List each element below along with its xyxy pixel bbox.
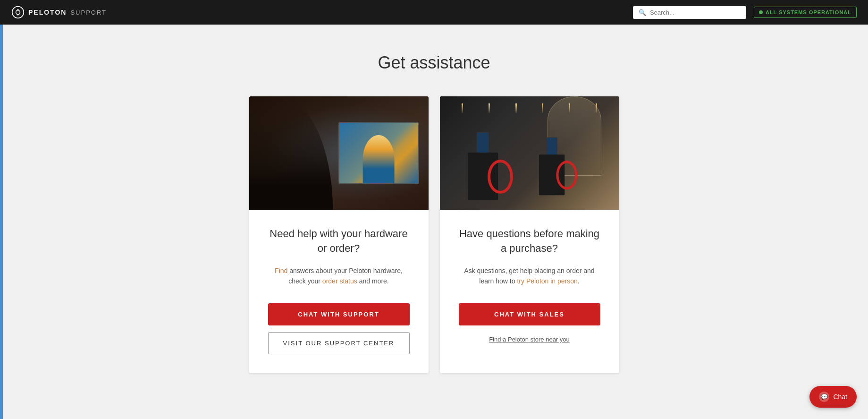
support-card-body: Need help with your hardware or order? F… [249, 210, 429, 373]
find-store-link[interactable]: Find a Peloton store near you [489, 336, 570, 343]
sales-desc-highlight: try Peloton in person [517, 277, 577, 285]
left-edge-stripe [0, 0, 3, 419]
ceiling-light-4 [542, 103, 543, 113]
sales-card-description: Ask questions, get help placing an order… [459, 265, 600, 287]
support-label: SUPPORT [70, 9, 107, 16]
sales-card-title: Have questions before making a purchase? [459, 227, 600, 256]
support-desc-order: order status [322, 277, 357, 285]
bike-2 [531, 137, 573, 195]
ceiling-light-6 [596, 103, 597, 113]
support-desc-find: Find [275, 267, 287, 274]
search-input[interactable] [650, 9, 741, 16]
cards-container: Need help with your hardware or order? F… [151, 96, 717, 373]
page-title: Get assistance [378, 53, 490, 73]
svg-point-1 [17, 11, 20, 14]
person-silhouette [249, 96, 348, 210]
chat-with-support-button[interactable]: CHAT WITH SUPPORT [268, 303, 410, 325]
main-content: Get assistance Need help with your hardw… [0, 25, 868, 402]
ceiling-light-5 [569, 103, 570, 113]
visit-support-center-button[interactable]: VISIT OUR SUPPORT CENTER [268, 332, 410, 354]
support-card-description: Find answers about your Peloton hardware… [268, 265, 410, 287]
chat-with-sales-button[interactable]: CHAT WITH SALES [459, 303, 600, 325]
sales-card-image [440, 96, 619, 210]
ceiling-light-2 [489, 103, 490, 113]
peloton-logo-icon [11, 6, 25, 19]
chat-icon: 💬 [819, 392, 829, 402]
bike-2-wheel [556, 161, 577, 189]
chat-button[interactable]: 💬 Chat [809, 386, 857, 408]
search-box[interactable]: 🔍 [633, 6, 746, 19]
header: PELOTON SUPPORT 🔍 ALL SYSTEMS OPERATIONA… [0, 0, 868, 25]
sales-card: Have questions before making a purchase?… [440, 96, 619, 373]
instructor-figure [363, 135, 395, 183]
header-right: 🔍 ALL SYSTEMS OPERATIONAL [633, 6, 857, 19]
header-left: PELOTON SUPPORT [11, 6, 107, 19]
sales-card-body: Have questions before making a purchase?… [440, 210, 619, 373]
status-text: ALL SYSTEMS OPERATIONAL [766, 9, 851, 15]
status-badge: ALL SYSTEMS OPERATIONAL [754, 7, 857, 18]
laptop-screen [338, 122, 419, 184]
support-desc-end: and more. [357, 277, 389, 285]
ceiling-lights [440, 103, 619, 113]
support-card-title: Need help with your hardware or order? [268, 227, 410, 256]
bike-1 [458, 132, 508, 200]
chat-button-label: Chat [833, 393, 847, 401]
support-card: Need help with your hardware or order? F… [249, 96, 429, 373]
ceiling-light-3 [515, 103, 517, 113]
brand-name: PELOTON [28, 9, 67, 16]
search-icon: 🔍 [639, 9, 646, 16]
sales-desc-end: . [578, 277, 580, 285]
peloton-logo: PELOTON SUPPORT [11, 6, 107, 19]
support-card-image [249, 96, 429, 210]
bike-1-wheel [488, 160, 513, 194]
status-dot [759, 10, 763, 14]
ceiling-light-1 [462, 103, 463, 113]
bike-row [458, 132, 601, 200]
